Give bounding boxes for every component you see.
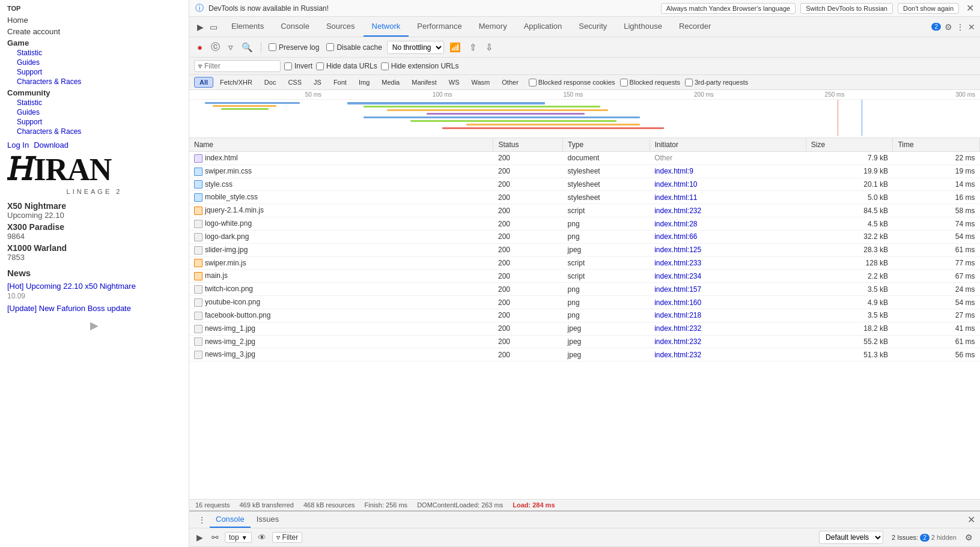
download-icon[interactable]: ⇩: [482, 40, 496, 55]
news-item-2[interactable]: [Update] New Fafurion Boss update: [7, 304, 181, 313]
more-icon[interactable]: ⋮: [956, 22, 964, 32]
col-size[interactable]: Size: [806, 138, 893, 152]
disable-cache-checkbox[interactable]: [326, 43, 334, 51]
invert-label[interactable]: Invert: [284, 62, 312, 70]
initiator-link[interactable]: index.html:11: [654, 193, 697, 202]
table-row[interactable]: style.css200stylesheetindex.html:1020.1 …: [189, 178, 980, 191]
table-row[interactable]: mobile_style.css200stylesheetindex.html:…: [189, 191, 980, 204]
row-initiator[interactable]: index.html:157: [650, 283, 806, 296]
dont-show-btn[interactable]: Don't show again: [898, 3, 959, 14]
table-row[interactable]: news-img_3.jpg200jpegindex.html:23251.3 …: [189, 348, 980, 361]
initiator-link[interactable]: index.html:232: [654, 337, 701, 346]
table-row[interactable]: logo-dark.png200pngindex.html:6632.2 kB5…: [189, 230, 980, 243]
news-item-1[interactable]: [Hot] Upcoming 22.10 x50 Nightmare: [7, 282, 181, 291]
console-close-icon[interactable]: ✕: [967, 514, 975, 525]
tab-memory[interactable]: Memory: [470, 17, 516, 37]
sidebar-item-game-statistic[interactable]: Statistic: [17, 49, 42, 57]
row-initiator[interactable]: index.html:125: [650, 243, 806, 256]
type-btn-doc[interactable]: Doc: [259, 77, 282, 88]
clear-btn[interactable]: ⓒ: [208, 40, 223, 55]
initiator-link[interactable]: index.html:233: [654, 259, 701, 267]
filter-toggle-btn[interactable]: ▿: [225, 40, 236, 55]
sidebar-item-game-support[interactable]: Support: [17, 68, 42, 76]
row-initiator[interactable]: index.html:160: [650, 296, 806, 309]
console-block-icon[interactable]: ⚯: [209, 531, 221, 543]
initiator-link[interactable]: index.html:28: [654, 220, 697, 228]
table-row[interactable]: slider-img.jpg200jpegindex.html:12528.3 …: [189, 243, 980, 256]
blocked-requests-checkbox[interactable]: [620, 79, 628, 86]
preserve-log-checkbox[interactable]: [269, 43, 276, 51]
sidebar-item-create-account[interactable]: Create account: [7, 27, 60, 36]
initiator-link[interactable]: index.html:234: [654, 272, 701, 280]
preserve-log-label[interactable]: Preserve log: [269, 43, 319, 52]
invert-checkbox[interactable]: [284, 62, 292, 70]
hide-data-urls-label[interactable]: Hide data URLs: [316, 62, 377, 70]
close-devtools-icon[interactable]: ✕: [968, 22, 975, 32]
hide-data-urls-checkbox[interactable]: [316, 62, 324, 70]
console-menu-icon[interactable]: ⋮: [194, 513, 210, 527]
table-row[interactable]: swiper.min.css200stylesheetindex.html:91…: [189, 165, 980, 178]
table-row[interactable]: swiper.min.js200scriptindex.html:233128 …: [189, 256, 980, 270]
type-btn-css[interactable]: CSS: [282, 77, 307, 88]
login-link[interactable]: Log In: [7, 141, 29, 150]
tab-console[interactable]: Console: [272, 17, 318, 37]
row-initiator[interactable]: index.html:218: [650, 309, 806, 322]
console-tab-console[interactable]: Console: [210, 512, 251, 528]
match-language-btn[interactable]: Always match Yandex Browser's language: [661, 3, 796, 14]
row-initiator[interactable]: index.html:28: [650, 217, 806, 231]
table-row[interactable]: index.html200documentOther7.9 kB22 ms: [189, 152, 980, 165]
disable-cache-label[interactable]: Disable cache: [326, 43, 382, 52]
table-row[interactable]: news-img_2.jpg200jpegindex.html:23255.2 …: [189, 335, 980, 348]
row-initiator[interactable]: index.html:9: [650, 165, 806, 178]
inspect-icon[interactable]: ▶: [195, 20, 205, 34]
type-btn-img[interactable]: Img: [353, 77, 375, 88]
sidebar-item-game-characters[interactable]: Characters & Races: [17, 77, 81, 86]
third-party-label[interactable]: 3rd-party requests: [685, 79, 748, 86]
type-btn-js[interactable]: JS: [308, 77, 327, 88]
tab-application[interactable]: Application: [516, 17, 571, 37]
tab-recorder[interactable]: Recorder: [671, 17, 719, 37]
search-btn[interactable]: 🔍: [239, 40, 256, 55]
blocked-cookies-label[interactable]: Blocked response cookies: [529, 79, 615, 86]
console-eye-icon[interactable]: 👁: [255, 531, 269, 543]
col-name[interactable]: Name: [189, 138, 493, 152]
download-link[interactable]: Download: [34, 141, 68, 150]
tab-lighthouse[interactable]: Lighthouse: [615, 17, 671, 37]
row-initiator[interactable]: index.html:233: [650, 256, 806, 270]
initiator-link[interactable]: index.html:160: [654, 298, 701, 307]
initiator-link[interactable]: index.html:157: [654, 285, 701, 294]
console-tab-issues[interactable]: Issues: [251, 512, 285, 528]
notification-close-icon[interactable]: ✕: [966, 2, 974, 14]
row-initiator[interactable]: index.html:66: [650, 230, 806, 243]
record-btn[interactable]: ●: [194, 40, 205, 54]
initiator-link[interactable]: index.html:66: [654, 232, 697, 241]
type-btn-manifest[interactable]: Manifest: [406, 77, 442, 88]
initiator-link[interactable]: index.html:218: [654, 311, 701, 319]
type-btn-wasm[interactable]: Wasm: [466, 77, 496, 88]
col-type[interactable]: Type: [563, 138, 650, 152]
col-status[interactable]: Status: [493, 138, 563, 152]
console-dropdown-icon[interactable]: ▼: [242, 534, 248, 541]
table-row[interactable]: main.js200scriptindex.html:2342.2 kB67 m…: [189, 270, 980, 283]
table-row[interactable]: jquery-2.1.4.min.js200scriptindex.html:2…: [189, 204, 980, 217]
table-row[interactable]: youtube-icon.png200pngindex.html:1604.9 …: [189, 296, 980, 309]
type-btn-all[interactable]: All: [194, 77, 213, 88]
upload-icon[interactable]: ⇧: [466, 40, 480, 55]
sidebar-item-community-characters[interactable]: Characters & Races: [17, 127, 81, 136]
throttle-select[interactable]: No throttling: [387, 41, 444, 54]
console-settings-icon[interactable]: ⚙: [963, 531, 975, 543]
row-initiator[interactable]: index.html:232: [650, 348, 806, 361]
hide-ext-urls-label[interactable]: Hide extension URLs: [381, 62, 459, 70]
type-btn-other[interactable]: Other: [496, 77, 524, 88]
row-initiator[interactable]: index.html:11: [650, 191, 806, 204]
tab-performance[interactable]: Performance: [409, 17, 470, 37]
type-btn-ws[interactable]: WS: [443, 77, 465, 88]
initiator-link[interactable]: index.html:232: [654, 324, 701, 333]
third-party-checkbox[interactable]: [685, 79, 693, 86]
device-icon[interactable]: ▭: [208, 20, 219, 34]
sidebar-item-community-statistic[interactable]: Statistic: [17, 98, 42, 107]
blocked-requests-label[interactable]: Blocked requests: [620, 79, 680, 86]
filter-input[interactable]: [204, 62, 276, 70]
col-initiator[interactable]: Initiator: [650, 138, 806, 152]
table-row[interactable]: news-img_1.jpg200jpegindex.html:23218.2 …: [189, 322, 980, 335]
